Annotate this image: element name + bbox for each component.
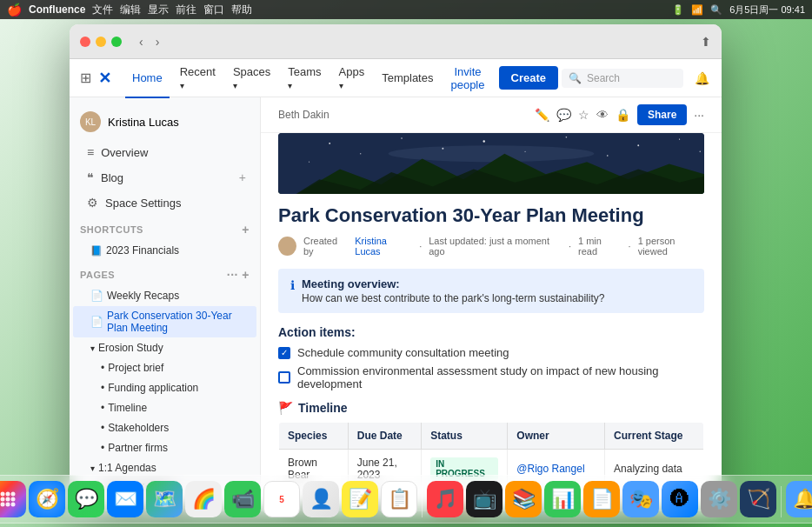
dock-facetime[interactable]: 📹	[224, 481, 261, 517]
sidebar-item-blog[interactable]: ❝ Blog +	[73, 165, 256, 190]
menu-file[interactable]: 文件	[92, 3, 113, 17]
pages-options-icon[interactable]: ··· +	[227, 268, 250, 282]
dock-system-prefs[interactable]: ⚙️	[701, 481, 737, 517]
menu-help[interactable]: 帮助	[231, 3, 252, 17]
dock-calendar[interactable]: 5	[263, 481, 300, 517]
create-button[interactable]: Create	[499, 66, 558, 90]
search-box[interactable]: 🔍 Search	[562, 69, 683, 88]
menu-view[interactable]: 显示	[148, 3, 169, 17]
dock-arcolinux[interactable]: 🏹	[740, 481, 776, 517]
shortcuts-add-icon[interactable]: +	[242, 223, 250, 237]
search-placeholder: Search	[587, 72, 620, 84]
star-icon[interactable]: ☆	[578, 108, 589, 122]
checkbox-1[interactable]	[278, 371, 290, 384]
search-icon: 🔍	[569, 72, 582, 84]
nav-spaces[interactable]: Spaces ▾	[226, 62, 277, 95]
svg-point-16	[1, 492, 5, 497]
shortcuts-section: Shortcuts +	[70, 216, 260, 240]
sidebar-item-overview[interactable]: ≡ Overview	[73, 140, 256, 164]
tree-item-2[interactable]: ▾ Erosion Study	[73, 338, 256, 357]
checkbox-text-0: Schedule community consultation meeting	[297, 346, 509, 359]
tree-item-4[interactable]: • Funding application	[73, 378, 256, 397]
checkbox-0[interactable]: ✓	[278, 347, 290, 359]
svg-point-1	[329, 143, 330, 144]
dock-keynote[interactable]: 🎭	[622, 481, 659, 517]
dock-photos[interactable]: 🌈	[185, 481, 222, 517]
active-page-icon: 📄	[90, 316, 103, 328]
dock-numbers[interactable]: 📊	[544, 481, 581, 517]
svg-point-13	[389, 145, 595, 162]
search-icon[interactable]: 🔍	[710, 4, 722, 16]
creator-link[interactable]: Kristina Lucas	[355, 236, 412, 257]
page-content: Park Conservation 30-Year Plan Meeting C…	[261, 194, 722, 511]
pages-label: Pages	[80, 270, 115, 280]
tree-item-7[interactable]: • Partner firms	[73, 438, 256, 457]
tree-item-0[interactable]: 📄 Weekly Recaps	[73, 286, 256, 305]
dock-pages[interactable]: 📄	[583, 481, 620, 517]
nav-home[interactable]: Home	[125, 68, 170, 88]
menu-window[interactable]: 窗口	[203, 3, 224, 17]
dock-app-store[interactable]: 🅐	[662, 481, 698, 517]
dock-safari[interactable]: 🧭	[29, 481, 65, 517]
sidebar-item-settings[interactable]: ⚙ Space Settings	[73, 190, 256, 215]
dock-messages[interactable]: 💬	[68, 481, 104, 517]
watch-icon[interactable]: 👁	[596, 108, 609, 122]
app-name: Confluence	[29, 3, 85, 16]
checkbox-text-1: Commission environmental assessment stud…	[297, 364, 704, 390]
dock-books[interactable]: 📚	[505, 481, 542, 517]
toolbar-icons: 🔔 ? ⚙ KL	[690, 66, 722, 90]
dock-notification[interactable]: 🔔	[786, 481, 812, 517]
page-title: Park Conservation 30-Year Plan Meeting	[278, 204, 704, 227]
overview-icon: ≡	[87, 145, 94, 159]
grid-icon[interactable]: ⊞	[80, 70, 91, 86]
sidebar-username: Kristina Lucas	[108, 116, 179, 129]
dock-tv[interactable]: 📺	[466, 481, 503, 517]
menu-edit[interactable]: 编辑	[120, 3, 141, 17]
page-meta: Created by Kristina Lucas · Last updated…	[278, 236, 704, 257]
hero-image	[278, 133, 704, 194]
tree-item-1[interactable]: 📄 Park Conservation 30-Year Plan Meeting	[73, 306, 256, 337]
browser-nav: ‹ ›	[136, 33, 163, 50]
nav-recent[interactable]: Recent ▾	[173, 62, 223, 95]
share-button[interactable]: Share	[637, 104, 687, 125]
shortcut-2023[interactable]: 📘 2023 Financials	[73, 241, 256, 260]
invite-button[interactable]: Invite people	[443, 62, 491, 95]
doc-icon: 📘	[90, 245, 103, 257]
nav-apps[interactable]: Apps ▾	[332, 62, 372, 95]
settings-label: Space Settings	[105, 197, 181, 210]
browser-chrome: ‹ › ⬆	[70, 24, 722, 59]
dock-launchpad[interactable]	[0, 481, 26, 517]
dot-4: •	[101, 382, 104, 394]
nav-templates[interactable]: Templates	[375, 68, 440, 88]
minimize-button[interactable]	[96, 37, 106, 47]
sidebar-user[interactable]: KL Kristina Lucas	[70, 104, 260, 139]
timeline-header: 🚩 Timeline	[278, 401, 704, 415]
close-button[interactable]	[80, 37, 90, 47]
dock-reminders[interactable]: 📋	[381, 481, 417, 517]
more-icon[interactable]: ···	[694, 108, 704, 122]
dot-5: •	[101, 402, 104, 414]
tree-item-6[interactable]: • Stakeholders	[73, 418, 256, 437]
bell-icon[interactable]: 🔔	[690, 66, 715, 90]
dot-3: •	[101, 362, 104, 374]
dock-contacts[interactable]: 👤	[303, 481, 339, 517]
edit-icon[interactable]: ✏️	[535, 108, 549, 122]
restrict-icon[interactable]: 🔒	[616, 108, 630, 122]
back-button[interactable]: ‹	[136, 33, 147, 50]
dock-notes[interactable]: 📝	[342, 481, 378, 517]
menu-go[interactable]: 前往	[176, 3, 196, 17]
dock-music[interactable]: 🎵	[427, 481, 463, 517]
forward-button[interactable]: ›	[152, 33, 163, 50]
comment-icon[interactable]: 💬	[556, 108, 571, 122]
dock-maps[interactable]: 🗺️	[146, 481, 183, 517]
blog-add-icon[interactable]: +	[239, 170, 246, 184]
read-time: 1 min read	[578, 236, 622, 257]
nav-teams[interactable]: Teams ▾	[281, 62, 328, 95]
tree-item-5[interactable]: • Timeline	[73, 398, 256, 417]
tree-item-3[interactable]: • Project brief	[73, 358, 256, 377]
maximize-button[interactable]	[111, 37, 122, 47]
apple-icon[interactable]: 🍎	[7, 3, 22, 17]
share-button[interactable]: ⬆	[701, 35, 711, 49]
owner-text: @Rigo Rangel	[516, 463, 584, 475]
dock-mail[interactable]: ✉️	[107, 481, 143, 517]
